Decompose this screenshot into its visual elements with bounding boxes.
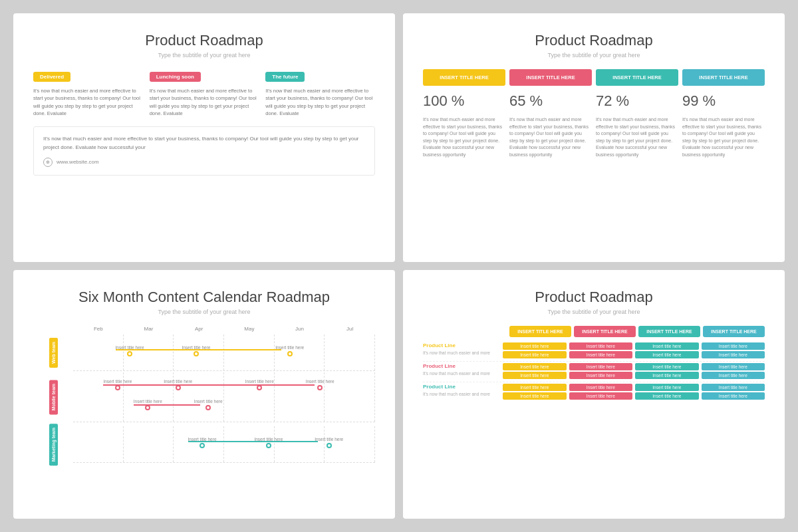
- slide4-row1-cells: Insert title here Insert title here Inse…: [503, 342, 765, 358]
- dot-web-1: [127, 351, 132, 356]
- mobile-team-label-wrap: Mobile team: [33, 380, 73, 414]
- marketing-team-track: Insert title here Insert title here Inse…: [73, 426, 375, 463]
- mobile-line-top: [103, 384, 315, 386]
- badge-delivered: Delivered: [33, 72, 70, 82]
- slide4-row3-label: Product Line It's now that much easier a…: [423, 384, 503, 400]
- slide-3: Six Month Content Calendar Roadmap Type …: [13, 270, 395, 519]
- gantt-row-marketing: Marketing team Insert title here Insert …: [33, 424, 375, 466]
- slide2-pct-2: 65 %: [509, 92, 592, 110]
- slide1-columns: Delivered It's now that much easier and …: [33, 69, 375, 117]
- slide4-row-3: Product Line It's now that much easier a…: [423, 384, 765, 402]
- slide4-hdr-3[interactable]: Insert title here: [638, 326, 700, 337]
- month-mar: Mar: [124, 326, 174, 332]
- badge-future: The future: [265, 72, 305, 82]
- web-team-label-wrap: Web team: [33, 338, 73, 368]
- slide1-col1-text: It's now that much easier and more effec…: [33, 87, 143, 117]
- slide4-row-2: Product Line It's now that much easier a…: [423, 363, 765, 382]
- mobile-team-track: Insert title here Insert title here Inse…: [73, 372, 375, 422]
- month-jul: Jul: [325, 326, 375, 332]
- slide4-hdr-4[interactable]: Insert title here: [703, 326, 765, 337]
- globe-icon: ⊕: [43, 158, 53, 167]
- slide-4: Product Roadmap Type the subtitle of you…: [403, 270, 785, 519]
- slide2-title: Product Roadmap: [423, 32, 765, 49]
- month-apr: Apr: [174, 326, 224, 332]
- slide2-pct-1: 100 %: [423, 92, 505, 110]
- slide4-subtitle: Type the subtitle of your great here: [423, 309, 765, 315]
- slide1-col2-text: It's now that much easier and more effec…: [150, 87, 259, 117]
- slide2-desc-2: It's now that much easier and more effec…: [509, 116, 592, 158]
- slide1-col3: The future It's now that much easier and…: [265, 69, 375, 117]
- marketing-team-label-wrap: Marketing team: [33, 424, 73, 466]
- slide4-row1-desc: It's now that much easier and more: [423, 350, 497, 356]
- slide4-row3-title: Product Line: [423, 384, 497, 390]
- slide2-desc-4: It's now that much easier and more effec…: [682, 116, 765, 158]
- slide2-subtitle: Type the subtitle of your great here: [423, 52, 765, 59]
- gantt-item-web-1: Insert title here: [116, 345, 144, 356]
- dot-web-3: [287, 351, 293, 356]
- month-may: May: [224, 326, 275, 332]
- gantt-row-mobile: Mobile team Insert title here Insert tit…: [33, 372, 375, 422]
- slide1-bottom: It's now that much easier and more effec…: [33, 126, 375, 176]
- mobile-team-label: Mobile team: [49, 380, 58, 414]
- slide3-title: Six Month Content Calendar Roadmap: [33, 289, 375, 306]
- slide4-row2-title: Product Line: [423, 363, 497, 369]
- slide2-pct-3: 72 %: [596, 92, 678, 110]
- slide2-btn-3[interactable]: INSERT TITLE HERE: [596, 69, 678, 86]
- slide1-col3-text: It's now that much easier and more effec…: [265, 87, 375, 117]
- gantt-row-web: Web team Insert title here Insert title …: [33, 334, 375, 371]
- slide4-hdr-2[interactable]: Insert title here: [574, 326, 636, 337]
- web-team-track: Insert title here Insert title here Inse…: [73, 334, 375, 371]
- dot-web-2: [194, 351, 199, 356]
- marketing-team-label: Marketing team: [49, 424, 58, 466]
- slide4-row-1: Product Line It's now that much easier a…: [423, 342, 765, 362]
- badge-lunching: Lunching soon: [150, 72, 201, 82]
- slide2-btn-2[interactable]: INSERT TITLE HERE: [509, 69, 592, 86]
- month-feb: Feb: [73, 326, 124, 332]
- slide2-pct-4: 99 %: [682, 92, 765, 110]
- slide3-months: Feb Mar Apr May Jun Jul: [73, 326, 375, 332]
- slide4-row3-cells: Insert title here Insert title here Inse…: [503, 384, 765, 400]
- slide1-title: Product Roadmap: [33, 32, 375, 49]
- slide2-percent-row: 100 % 65 % 72 % 99 %: [423, 92, 765, 110]
- slide4-row1-label: Product Line It's now that much easier a…: [423, 342, 503, 358]
- slide4-hdr-1[interactable]: Insert title here: [509, 326, 571, 337]
- slide2-btn-4[interactable]: INSERT TITLE HERE: [682, 69, 765, 86]
- slide4-row3-desc: It's now that much easier and more: [423, 391, 497, 397]
- slide4-row1-title: Product Line: [423, 342, 497, 348]
- month-jun: Jun: [275, 326, 325, 332]
- slide3-subtitle: Type the subtitle of your great here: [33, 309, 375, 315]
- slide4-header-row: Insert title here Insert title here Inse…: [509, 326, 765, 337]
- slide1-col1: Delivered It's now that much easier and …: [33, 69, 143, 117]
- slide2-desc-row: It's now that much easier and more effec…: [423, 116, 765, 158]
- slide4-row2-cells: Insert title here Insert title here Inse…: [503, 363, 765, 379]
- website-url: www.website.com: [57, 159, 99, 165]
- gantt-item-web-2: Insert title here: [182, 345, 210, 356]
- slide4-row2-desc: It's now that much easier and more: [423, 370, 497, 376]
- slide1-subtitle: Type the subtitle of your great here: [33, 52, 375, 59]
- slide2-btn-1[interactable]: INSERT TITLE HERE: [423, 69, 505, 86]
- slide1-bottom-text: It's now that much easier and more effec…: [43, 135, 365, 152]
- slide-2: Product Roadmap Type the subtitle of you…: [403, 13, 785, 262]
- slide-1: Product Roadmap Type the subtitle of you…: [13, 13, 395, 262]
- web-team-label: Web team: [49, 338, 58, 368]
- slide2-header-row: INSERT TITLE HERE INSERT TITLE HERE INSE…: [423, 69, 765, 86]
- slide2-desc-3: It's now that much easier and more effec…: [596, 116, 678, 158]
- slide1-website: ⊕ www.website.com: [43, 158, 365, 167]
- slide4-title: Product Roadmap: [423, 289, 765, 306]
- slide2-desc-1: It's now that much easier and more effec…: [423, 116, 505, 158]
- slide1-col2: Lunching soon It's now that much easier …: [150, 69, 259, 117]
- slide4-row2-label: Product Line It's now that much easier a…: [423, 363, 503, 379]
- gantt-item-web-3: Insert title here: [275, 345, 304, 356]
